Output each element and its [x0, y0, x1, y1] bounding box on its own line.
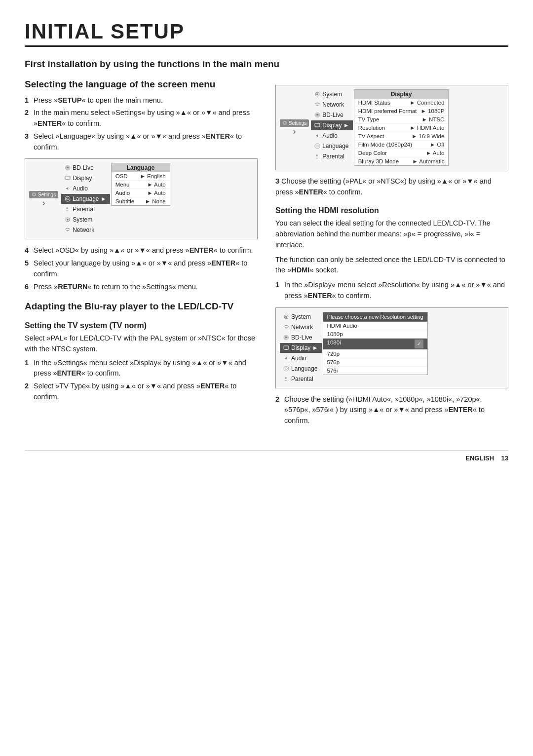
disp-row-resolution: Resolution ► HDMI Auto — [354, 124, 449, 132]
svg-point-24 — [285, 377, 287, 379]
menu-item-language-selected: Language ► — [61, 194, 110, 204]
selecting-language-steps: 1 Press »SETUP« to open the main menu. 2… — [25, 95, 258, 153]
connector-arrow-2: › — [293, 127, 296, 136]
step-2: 2 In the main menu select »Settings« by … — [25, 108, 258, 129]
disp-row-tv-type: TV Type ► NTSC — [354, 115, 449, 124]
tv-step-2: 2 Select »TV Type« by using »▲« or »▼« a… — [25, 381, 258, 403]
menu-item-display: Display — [61, 173, 110, 183]
rm-bdlive-icon — [283, 335, 289, 340]
network-icon-2 — [314, 102, 320, 108]
hdmi-resolution-section: Setting the HDMI resolution You can sele… — [275, 206, 508, 426]
menu-item-parental: Parental — [61, 204, 110, 214]
step-6: 6 Press »RETURN« to return to the »Setti… — [25, 282, 258, 293]
language-submenu: Language OSD ► English Menu ► Auto Audio… — [111, 163, 170, 206]
rm-system-icon — [283, 314, 289, 320]
selecting-language-heading: Selecting the language of the screen men… — [25, 79, 258, 90]
language-submenu-title: Language — [112, 163, 170, 172]
page-footer: ENGLISH 13 — [25, 450, 508, 462]
settings-badge-area: Settings › — [29, 163, 58, 235]
rm-parental-icon — [283, 376, 289, 382]
res-row-720p: 720p — [323, 350, 427, 358]
submenu-row-audio: Audio ► Auto — [112, 189, 170, 197]
resolution-main-menu: System Network BD-Live Display ► — [280, 312, 322, 384]
svg-point-1 — [33, 193, 35, 195]
svg-rect-15 — [316, 127, 318, 127]
svg-rect-22 — [285, 349, 287, 350]
tv-system-steps: 1 In the »Settings« menu select »Display… — [25, 358, 258, 403]
system-icon-2 — [314, 91, 320, 97]
rm-parental: Parental — [280, 374, 322, 384]
footer-text: ENGLISH 13 — [465, 454, 508, 462]
bdlive-icon — [65, 165, 71, 171]
dm-bdlive: BD-Live — [311, 110, 353, 120]
dm-parental: Parental — [311, 151, 353, 161]
rm-language-icon — [283, 366, 289, 372]
rm-audio: Audio — [280, 353, 322, 363]
disp-row-bluray-3d: Bluray 3D Mode ► Automatic — [354, 157, 449, 165]
display-icon — [65, 175, 71, 181]
svg-rect-3 — [65, 176, 70, 180]
step-3: 3 Select »Language« by using »▲« or »▼« … — [25, 131, 258, 153]
hdmi-step-1: 1 In the »Display« menu select »Resoluti… — [275, 280, 508, 302]
menu-item-network: Network — [61, 225, 110, 235]
disp-row-hdmi-status: HDMI Status ► Connected — [354, 99, 449, 107]
menu-item-bdlive: BD-Live — [61, 163, 110, 173]
display-submenu-title: Display — [354, 90, 449, 99]
first-installation-heading: First installation by using the function… — [25, 59, 508, 70]
disp-row-deep-color: Deep Color ► Auto — [354, 149, 449, 157]
dm-audio: Audio — [311, 131, 353, 141]
language-icon — [65, 196, 71, 202]
resolution-submenu: Please choose a new Resolution setting H… — [323, 312, 428, 375]
rm-network-icon — [283, 324, 289, 330]
network-icon — [65, 227, 71, 233]
submenu-row-osd: OSD ► English — [112, 172, 170, 181]
page-title: INITIAL SETUP — [25, 20, 508, 47]
display-menu-diagram: Settings › System Network BD-Li — [275, 85, 508, 170]
audio-icon — [65, 186, 71, 191]
selecting-language-steps-cont: 4 Select »OSD« by using »▲« or »▼« and p… — [25, 245, 258, 292]
parental-icon — [65, 206, 71, 212]
rm-bdlive: BD-Live — [280, 333, 322, 342]
language-main-menu: BD-Live Display Audio Language ► — [61, 163, 110, 235]
display-menu-flex: Settings › System Network BD-Li — [280, 89, 504, 166]
submenu-row-subtitle: Subtitle ► None — [112, 197, 170, 205]
adapting-bluray-section: Adapting the Blu-ray player to the LED/L… — [25, 301, 258, 402]
hdmi-resolution-para1: You can select the ideal setting for the… — [275, 218, 508, 250]
rm-system: System — [280, 312, 322, 322]
display-settings-area: Settings › — [280, 89, 309, 166]
tv-system-heading: Setting the TV system (TV norm) — [25, 321, 258, 330]
res-row-576p: 576p — [323, 358, 427, 367]
hdmi-step-2: 2 Choose the setting (»HDMI Auto«, »1080… — [275, 394, 508, 426]
res-row-1080p: 1080p — [323, 330, 427, 339]
hdmi-resolution-steps: 1 In the »Display« menu select »Resoluti… — [275, 280, 508, 302]
rm-network: Network — [280, 322, 322, 332]
selecting-language-section: Selecting the language of the screen men… — [25, 79, 258, 293]
svg-point-6 — [66, 207, 68, 209]
dm-language: Language — [311, 141, 353, 151]
connector-arrow: › — [42, 198, 45, 207]
rm-display-icon — [283, 345, 289, 351]
disp-row-film-mode: Film Mode (1080p24) ► Off — [354, 141, 449, 149]
right-column: Settings › System Network BD-Li — [275, 79, 508, 435]
step-5: 5 Select your language by using »▲« or »… — [25, 258, 258, 280]
section-first-installation: First installation by using the function… — [25, 59, 508, 70]
settings-icon — [32, 192, 37, 197]
audio-icon-2 — [314, 133, 320, 139]
rm-audio-icon — [283, 355, 289, 361]
rm-display-selected: Display ► — [280, 343, 322, 353]
submenu-row-menu: Menu ► Auto — [112, 181, 170, 189]
menu-item-audio: Audio — [61, 184, 110, 193]
svg-rect-14 — [315, 123, 320, 127]
disp-row-hdmi-pref: HDMI preferred Format ► 1080P — [354, 107, 449, 115]
svg-rect-4 — [67, 180, 69, 180]
language-menu-flex: Settings › BD-Live Display — [29, 163, 253, 235]
language-menu-diagram: Settings › BD-Live Display — [25, 158, 258, 239]
display-submenu: Display HDMI Status ► Connected HDMI pre… — [354, 89, 449, 166]
check-icon: ✓ — [415, 340, 423, 348]
main-content: Selecting the language of the screen men… — [25, 79, 508, 435]
tv-norm-step3: 3 Choose the setting (»PAL« or »NTSC«) b… — [275, 176, 508, 198]
tv-step-1: 1 In the »Settings« menu select »Display… — [25, 358, 258, 379]
svg-point-17 — [316, 154, 318, 156]
rm-language: Language — [280, 364, 322, 374]
left-column: Selecting the language of the screen men… — [25, 79, 258, 435]
